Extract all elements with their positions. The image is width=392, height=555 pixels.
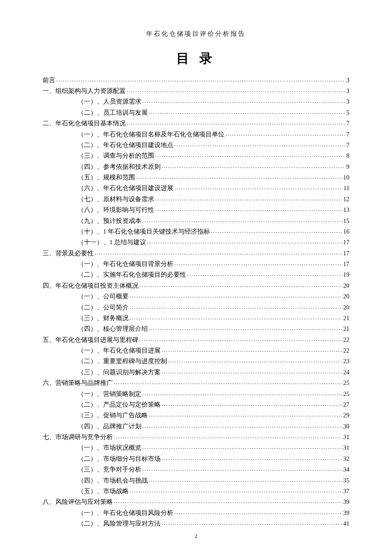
toc-entry[interactable]: 前言3	[43, 74, 349, 85]
toc-entry[interactable]: （十）、1 年石化仓储项目关键技术与经济指标16	[43, 225, 349, 236]
toc-entry-label: （四）、品牌推广计划	[78, 423, 141, 430]
toc-entry[interactable]: （八）、环境影响与可行性13	[43, 204, 349, 215]
toc-entry[interactable]: （一）、公司概要20	[43, 291, 349, 301]
toc-entry-page: 9	[346, 164, 349, 170]
toc-entry-label: （一）、年石化仓储项目风险分析	[78, 510, 173, 516]
toc-leader-dots	[149, 325, 343, 331]
document-page: 年石化仓储项目评价分析报告 目 录 前言3一、组织架构与人力资源配置3（一）、人…	[0, 0, 392, 555]
toc-entry[interactable]: 八、风险评估与应对策略39	[43, 496, 349, 507]
toc-entry[interactable]: （六）、年石化仓储项目建设进展11	[43, 182, 349, 193]
toc-entry[interactable]: 三、背景及必要性17	[43, 247, 349, 258]
toc-entry-page: 7	[346, 120, 349, 127]
toc-leader-dots	[114, 498, 343, 504]
toc-leader-dots	[114, 379, 343, 385]
toc-entry-page: 39	[343, 510, 350, 516]
toc-entry-label: （二）、年石化仓储项目建设地点	[78, 142, 173, 148]
toc-entry[interactable]: （二）、风险管理与应对方法41	[43, 517, 349, 528]
toc-entry[interactable]: （二）、产品定位与定价策略27	[43, 399, 349, 409]
toc-entry-page: 8	[346, 153, 349, 159]
toc-entry-label: 七、市场调研与竞争分析	[43, 434, 113, 440]
toc-entry-page: 12	[343, 196, 350, 202]
toc-entry-label: （二）、实施年石化仓储项目的必要性	[78, 272, 186, 278]
toc-entry-label: 六、营销策略与品牌推广	[43, 380, 113, 386]
toc-entry-page: 3	[346, 98, 349, 105]
toc-leader-dots	[161, 520, 343, 526]
toc-entry-label: （四）、核心管理层介绍	[78, 326, 148, 332]
toc-entry[interactable]: 一、组织架构与人力资源配置3	[43, 85, 349, 95]
toc-entry[interactable]: （一）、年石化仓储项目进展22	[43, 344, 349, 355]
toc-entry-label: （二）、员工培训与发展	[78, 110, 148, 116]
toc-leader-dots	[225, 130, 346, 136]
toc-entry-label: （八）、环境影响与可行性	[78, 207, 154, 213]
toc-entry[interactable]: （一）、人员资源需求3	[43, 96, 349, 107]
toc-entry-page: 31	[343, 445, 350, 451]
toc-entry-label: 一、组织架构与人力资源配置	[43, 88, 126, 94]
toc-entry[interactable]: （一）、年石化仓储项目背景分析17	[43, 258, 349, 269]
toc-entry[interactable]: 六、营销策略与品牌推广25	[43, 377, 349, 388]
toc-entry-page: 34	[343, 466, 350, 473]
toc-entry-page: 17	[343, 250, 350, 257]
toc-leader-dots	[174, 260, 343, 266]
toc-entry[interactable]: （二）、年石化仓储项目建设地点7	[43, 139, 349, 150]
toc-entry-page: 17	[343, 261, 350, 267]
toc-entry-page: 17	[343, 239, 350, 246]
toc-leader-dots	[149, 411, 343, 418]
toc-leader-dots	[56, 76, 346, 82]
toc-entry-label: （四）、参考依据和技术原则	[78, 164, 161, 170]
toc-entry[interactable]: （一）、市场状况概览31	[43, 442, 349, 453]
toc-entry[interactable]: （二）、重要里程碑与进度控制23	[43, 356, 349, 366]
toc-entry[interactable]: 二、年石化仓储项目基本情况7	[43, 118, 349, 128]
toc-entry[interactable]: （四）、市场机会与挑战35	[43, 474, 349, 485]
toc-entry[interactable]: （一）、营销策略制定25	[43, 388, 349, 399]
toc-entry-label: （三）、促销与广告战略	[78, 412, 148, 419]
toc-leader-dots	[130, 487, 343, 493]
page-number: 2	[0, 533, 392, 540]
toc-entry[interactable]: （二）、市场细分与目标市场32	[43, 453, 349, 463]
toc-entry[interactable]: （九）、预计投资成本15	[43, 215, 349, 225]
toc-entry[interactable]: （二）、实施年石化仓储项目的必要性19	[43, 269, 349, 280]
toc-entry-label: （十一）、1 总结与建议	[78, 239, 146, 246]
toc-entry[interactable]: 五、年石化仓储项目进展与里程碑22	[43, 334, 349, 344]
toc-entry[interactable]: （四）、参考依据和技术原则9	[43, 161, 349, 171]
toc-entry[interactable]: （十一）、1 总结与建议17	[43, 237, 349, 247]
toc-leader-dots	[161, 347, 343, 353]
toc-entry[interactable]: （五）、规模和范围10	[43, 171, 349, 182]
page-header: 年石化仓储项目评价分析报告	[43, 30, 349, 38]
toc-entry-label: （三）、调查与分析的范围	[78, 153, 154, 159]
toc-entry-label: （一）、公司概要	[78, 293, 129, 300]
toc-entry[interactable]: （三）、调查与分析的范围8	[43, 150, 349, 161]
toc-leader-dots	[142, 444, 343, 450]
toc-entry[interactable]: （三）、问题识别与解决方案24	[43, 366, 349, 377]
toc-entry[interactable]: （四）、核心管理层介绍21	[43, 323, 349, 334]
toc-entry[interactable]: 四、年石化仓储项目投资主体概况20	[43, 280, 349, 290]
toc-entry-label: （四）、市场机会与挑战	[78, 477, 148, 484]
toc-entry-page: 20	[343, 283, 350, 289]
toc-entry[interactable]: （二）、员工培训与发展5	[43, 107, 349, 117]
toc-entry[interactable]: （七）、原材料与设备需求12	[43, 193, 349, 204]
toc-entry[interactable]: （四）、品牌推广计划30	[43, 420, 349, 431]
toc-entry-label: （二）、重要里程碑与进度控制	[78, 358, 167, 364]
toc-entry-label: （三）、竞争对手分析	[78, 466, 141, 473]
toc-entry-label: （二）、市场细分与目标市场	[78, 456, 161, 462]
toc-entry-page: 3	[346, 88, 349, 94]
toc-entry-label: 三、背景及必要性	[43, 250, 94, 257]
toc-entry[interactable]: （一）、年石化仓储项目风险分析39	[43, 507, 349, 517]
toc-entry[interactable]: （五）、市场战略37	[43, 485, 349, 496]
toc-entry[interactable]: （三）、财务概况21	[43, 312, 349, 323]
toc-entry[interactable]: 七、市场调研与竞争分析31	[43, 431, 349, 442]
toc-entry-page: 25	[343, 380, 350, 386]
toc-entry-label: （二）、风险管理与应对方法	[78, 520, 161, 527]
toc-entry-page: 20	[343, 304, 350, 311]
toc-leader-dots	[161, 454, 343, 461]
toc-entry-label: （二）、公司简介	[78, 304, 129, 311]
toc-leader-dots	[174, 141, 346, 147]
toc-leader-dots	[142, 217, 343, 223]
toc-entry-label: 四、年石化仓储项目投资主体概况	[43, 283, 138, 289]
toc-entry[interactable]: （二）、公司简介20	[43, 301, 349, 312]
toc-entry[interactable]: （一）、年石化仓储项目名称及年石化仓储项目单位7	[43, 128, 349, 139]
toc-entry-label: （六）、年石化仓储项目建设进展	[78, 185, 173, 191]
toc-leader-dots	[155, 152, 346, 158]
toc-entry[interactable]: （三）、竞争对手分析34	[43, 464, 349, 474]
toc-entry[interactable]: （三）、促销与广告战略29	[43, 410, 349, 420]
toc-title: 目 录	[43, 50, 349, 67]
